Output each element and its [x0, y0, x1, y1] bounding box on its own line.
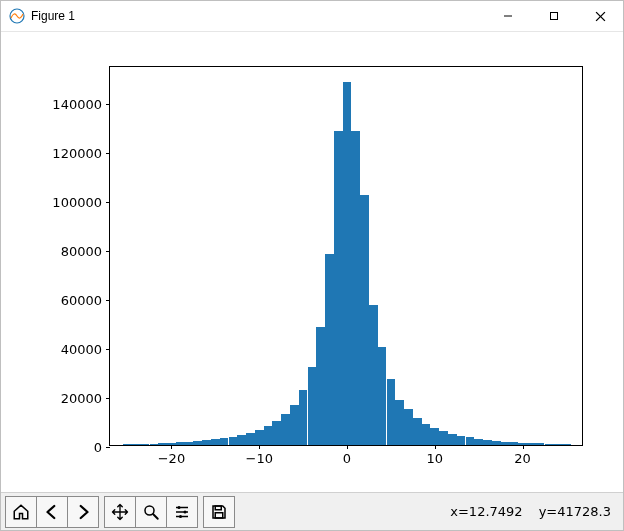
app-icon — [9, 8, 25, 24]
bar — [132, 444, 141, 445]
bar — [246, 433, 255, 446]
bar — [553, 444, 562, 445]
bar — [360, 195, 369, 445]
pan-button[interactable] — [104, 496, 136, 528]
ytick-label: 140000 — [52, 96, 110, 111]
bar — [378, 347, 387, 445]
save-button[interactable] — [203, 496, 235, 528]
ytick-label: 40000 — [61, 341, 110, 356]
bar — [413, 418, 422, 445]
bar — [457, 436, 466, 445]
bar — [501, 442, 510, 445]
bar — [334, 131, 343, 445]
bar — [562, 444, 571, 445]
ytick-label: 60000 — [61, 292, 110, 307]
coord-x: x=12.7492 — [450, 504, 522, 519]
bar — [193, 441, 202, 445]
ytick-label: 80000 — [61, 243, 110, 258]
bar — [369, 305, 378, 445]
bar — [220, 438, 229, 445]
ytick-label: 120000 — [52, 145, 110, 160]
bar — [325, 254, 334, 445]
bar — [422, 424, 431, 445]
home-button[interactable] — [5, 496, 37, 528]
maximize-button[interactable] — [531, 1, 577, 31]
bar — [545, 444, 554, 445]
coord-y: y=41728.3 — [539, 504, 611, 519]
bar — [483, 440, 492, 445]
bar — [395, 400, 404, 445]
svg-rect-13 — [215, 506, 221, 510]
coord-readout: x=12.7492 y=41728.3 — [450, 504, 611, 519]
svg-point-11 — [184, 510, 187, 513]
bar — [387, 379, 396, 445]
back-button[interactable] — [36, 496, 68, 528]
bar — [264, 426, 273, 445]
figure-window: Figure 1 0200004000060000800001000001200… — [0, 0, 624, 531]
bar — [141, 444, 150, 445]
bar — [439, 431, 448, 445]
ytick-label: 100000 — [52, 194, 110, 209]
bar — [430, 428, 439, 445]
axes: 020000400006000080000100000120000140000−… — [109, 66, 583, 446]
bar — [202, 440, 211, 445]
svg-rect-2 — [551, 13, 558, 20]
bar — [290, 405, 299, 445]
svg-point-10 — [178, 506, 181, 509]
bar — [316, 327, 325, 445]
bar — [448, 434, 457, 445]
bar — [536, 443, 545, 445]
bar — [255, 430, 264, 445]
bar — [299, 390, 308, 445]
window-controls — [485, 1, 623, 31]
window-title: Figure 1 — [31, 9, 75, 23]
bar — [237, 435, 246, 445]
bar — [123, 444, 132, 445]
histogram-bars — [110, 67, 582, 445]
bar — [492, 441, 501, 445]
ytick-label: 20000 — [61, 390, 110, 405]
bar — [272, 421, 281, 445]
bar — [466, 437, 475, 445]
svg-point-12 — [179, 515, 182, 518]
bar — [308, 367, 317, 445]
bar — [281, 414, 290, 445]
minimize-button[interactable] — [485, 1, 531, 31]
bar — [351, 131, 360, 445]
zoom-button[interactable] — [135, 496, 167, 528]
titlebar: Figure 1 — [1, 1, 623, 32]
forward-button[interactable] — [67, 496, 99, 528]
configure-subplots-button[interactable] — [166, 496, 198, 528]
bar — [185, 442, 194, 445]
svg-line-6 — [153, 514, 158, 519]
bar — [343, 82, 352, 445]
bar — [474, 439, 483, 445]
close-button[interactable] — [577, 1, 623, 31]
nav-toolbar: x=12.7492 y=41728.3 — [1, 492, 623, 530]
bar — [211, 439, 220, 445]
bar — [229, 437, 238, 445]
bar — [404, 409, 413, 445]
svg-rect-14 — [215, 512, 223, 517]
figure-canvas[interactable]: 020000400006000080000100000120000140000−… — [1, 32, 623, 492]
